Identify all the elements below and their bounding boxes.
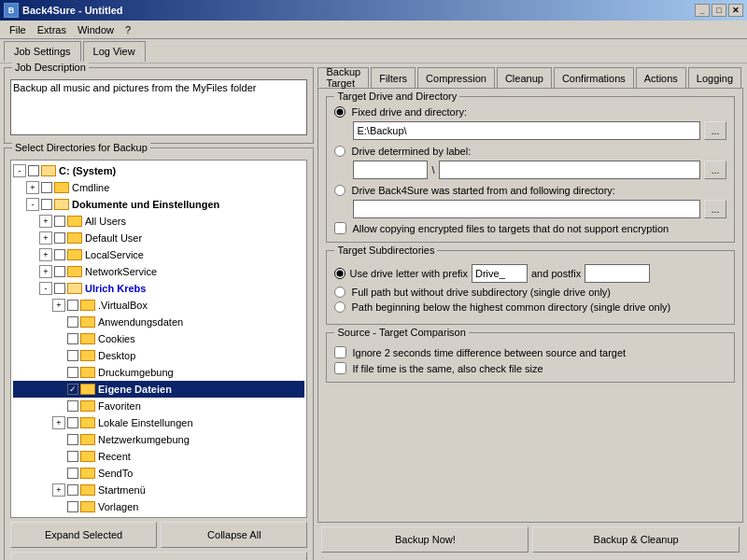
cb-dokumente[interactable] bbox=[41, 199, 52, 210]
prefix-value-input[interactable] bbox=[472, 264, 528, 283]
tree-item-c-system[interactable]: - C: (System) bbox=[13, 162, 304, 179]
fullpath-radio[interactable] bbox=[334, 287, 345, 298]
fixed-browse-button[interactable]: ... bbox=[704, 121, 726, 140]
tree-item-fav[interactable]: Favoriten bbox=[13, 398, 304, 414]
tree-item-druck[interactable]: Druckumgebung bbox=[13, 364, 304, 381]
tree-item-ulrich[interactable]: - Ulrich Krebs bbox=[13, 280, 304, 297]
tree-item-vbox[interactable]: + .VirtualBox bbox=[13, 297, 304, 314]
cb-sendto[interactable] bbox=[67, 468, 78, 479]
cb-defaultuser[interactable] bbox=[54, 232, 65, 244]
folder-icon-c bbox=[41, 165, 56, 176]
fixed-drive-text: Fixed drive and directory: bbox=[351, 106, 467, 118]
cb-start[interactable] bbox=[67, 484, 78, 496]
maximize-button[interactable]: □ bbox=[712, 4, 726, 17]
started-path-input[interactable] bbox=[353, 200, 700, 218]
tab-backup-target[interactable]: Backup Target bbox=[317, 67, 369, 88]
tab-logging[interactable]: Logging bbox=[688, 67, 741, 88]
cb-vorlagen[interactable] bbox=[67, 501, 78, 512]
tree-item-lokale[interactable]: + Lokale Einstellungen bbox=[13, 414, 304, 431]
label-drive-radio[interactable] bbox=[334, 146, 345, 157]
tab-cleanup[interactable]: Cleanup bbox=[497, 67, 552, 88]
expand-vbox[interactable]: + bbox=[52, 299, 65, 312]
expand-dokumente[interactable]: - bbox=[26, 198, 39, 211]
folder-icon-vbox bbox=[80, 300, 95, 311]
cb-druck[interactable] bbox=[67, 367, 78, 378]
menu-window[interactable]: Window bbox=[72, 22, 120, 37]
job-description-input[interactable]: Backup all music and pictures from the M… bbox=[10, 79, 307, 135]
postfix-value-input[interactable] bbox=[585, 264, 650, 283]
prefix-radio[interactable] bbox=[334, 268, 345, 279]
tab-confirmations[interactable]: Confirmations bbox=[554, 67, 634, 88]
expand-c[interactable]: - bbox=[13, 164, 26, 177]
cb-fav[interactable] bbox=[67, 400, 78, 412]
tree-item-desktop[interactable]: Desktop bbox=[13, 347, 304, 364]
cb-netz[interactable] bbox=[67, 434, 78, 445]
tree-item-sendto[interactable]: SendTo bbox=[13, 465, 304, 482]
fixed-drive-radio[interactable] bbox=[334, 106, 345, 118]
tree-item-allusers[interactable]: + All Users bbox=[13, 213, 304, 230]
tree-item-vorlagen[interactable]: Vorlagen bbox=[13, 498, 304, 515]
cb-networkservice[interactable] bbox=[54, 266, 65, 277]
tree-item-defaultuser[interactable]: + Default User bbox=[13, 230, 304, 246]
expand-allusers[interactable]: + bbox=[39, 215, 52, 228]
menu-file[interactable]: File bbox=[4, 22, 32, 37]
tree-item-start[interactable]: + Startmenü bbox=[13, 482, 304, 498]
expand-defaultuser[interactable]: + bbox=[39, 231, 52, 245]
tab-actions[interactable]: Actions bbox=[636, 67, 686, 88]
filesize-text: If file time is the same, also check fil… bbox=[352, 363, 543, 374]
tree-item-eigene[interactable]: Eigene Dateien bbox=[13, 381, 304, 398]
timediff-checkbox[interactable] bbox=[334, 346, 346, 358]
menu-extras[interactable]: Extras bbox=[32, 22, 72, 37]
cb-ulrich[interactable] bbox=[54, 283, 65, 294]
directory-tree[interactable]: - C: (System) + Cmdline - bbox=[10, 160, 307, 518]
tree-item-localservice[interactable]: + LocalService bbox=[13, 246, 304, 263]
refresh-button[interactable]: Refresh bbox=[10, 552, 307, 560]
backup-cleanup-button[interactable]: Backup & Cleanup bbox=[532, 526, 740, 553]
cb-desktop[interactable] bbox=[67, 350, 78, 361]
cb-anwendung[interactable] bbox=[67, 316, 78, 328]
label-part1-input[interactable] bbox=[353, 161, 428, 179]
expand-start[interactable]: + bbox=[52, 483, 65, 497]
started-drive-radio[interactable] bbox=[334, 185, 345, 196]
menu-help[interactable]: ? bbox=[120, 22, 136, 37]
fixed-path-input[interactable] bbox=[353, 121, 700, 140]
expand-networkservice[interactable]: + bbox=[39, 265, 52, 278]
tree-item-networkservice[interactable]: + NetworkService bbox=[13, 263, 304, 280]
cb-localservice[interactable] bbox=[54, 249, 65, 260]
label-browse-button[interactable]: ... bbox=[704, 161, 726, 179]
tree-item-dokumente[interactable]: - Dokumente und Einstellungen bbox=[13, 196, 304, 213]
cb-recent[interactable] bbox=[67, 451, 78, 462]
tab-log-view[interactable]: Log View bbox=[83, 41, 146, 62]
started-browse-button[interactable]: ... bbox=[704, 200, 726, 218]
close-button[interactable]: ✕ bbox=[728, 4, 743, 17]
cb-c-system[interactable] bbox=[28, 165, 39, 176]
cb-cookies[interactable] bbox=[67, 333, 78, 344]
tree-item-cmdline[interactable]: + Cmdline bbox=[13, 179, 304, 196]
tree-item-recent[interactable]: Recent bbox=[13, 448, 304, 465]
cb-cmdline[interactable] bbox=[41, 182, 52, 193]
cb-allusers[interactable] bbox=[54, 216, 65, 227]
expand-ulrich[interactable]: - bbox=[39, 282, 52, 295]
encrypt-checkbox[interactable] bbox=[334, 222, 346, 234]
tab-filters[interactable]: Filters bbox=[371, 67, 416, 88]
pathbelow-radio[interactable] bbox=[334, 301, 345, 313]
tab-job-settings[interactable]: Job Settings bbox=[4, 41, 81, 62]
expand-localservice[interactable]: + bbox=[39, 248, 52, 261]
minimize-button[interactable]: _ bbox=[695, 4, 710, 17]
titlebar-buttons: _ □ ✕ bbox=[695, 4, 743, 17]
expand-cmdline[interactable]: + bbox=[26, 181, 39, 194]
cb-lokale[interactable] bbox=[67, 417, 78, 428]
cb-eigene[interactable] bbox=[67, 384, 78, 395]
tree-item-anwendung[interactable]: Anwendungsdaten bbox=[13, 314, 304, 330]
expand-lokale[interactable]: + bbox=[52, 416, 65, 429]
tab-compression[interactable]: Compression bbox=[417, 67, 495, 88]
cb-vbox[interactable] bbox=[67, 300, 78, 311]
expand-selected-button[interactable]: Expand Selected bbox=[10, 522, 157, 548]
filesize-checkbox[interactable] bbox=[334, 362, 346, 374]
tree-item-cookies[interactable]: Cookies bbox=[13, 330, 304, 347]
folder-icon-netz bbox=[80, 434, 95, 445]
backup-now-button[interactable]: Backup Now! bbox=[321, 526, 529, 553]
collapse-all-button[interactable]: Collapse All bbox=[161, 522, 307, 548]
tree-item-netz[interactable]: Netzwerkumgebung bbox=[13, 431, 304, 448]
label-part2-input[interactable] bbox=[439, 161, 700, 179]
